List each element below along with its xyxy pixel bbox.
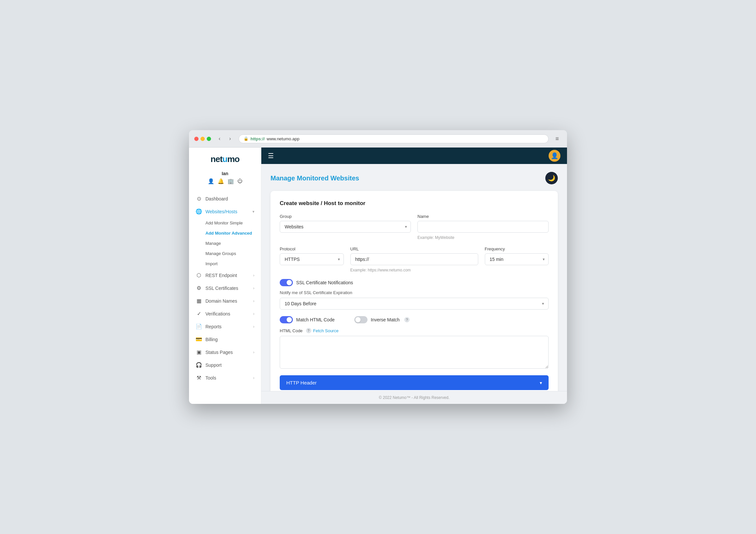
sub-nav-label: Manage	[205, 241, 221, 246]
frequency-select-wrapper: 1 min 5 min 10 min 15 min 30 min 1 hour …	[485, 254, 549, 265]
user-profile: Ian 👤 🔔 🏢 ⏻	[189, 168, 261, 190]
dark-mode-button[interactable]: 🌙	[545, 172, 558, 184]
sidebar-item-support[interactable]: 🎧 Support	[189, 359, 261, 371]
form-group-name: Name Example: MyWebsite	[418, 214, 549, 240]
chevron-down-icon: ▾	[540, 380, 542, 386]
frequency-label: Frequency	[485, 247, 549, 252]
sidebar: netumo Ian 👤 🔔 🏢 ⏻ ⊙ Dashboard	[189, 147, 261, 404]
lock-icon: 🔒	[244, 136, 249, 141]
ssl-toggle[interactable]	[280, 279, 293, 286]
url-input[interactable]	[350, 254, 478, 265]
avatar[interactable]: 👤	[549, 150, 560, 162]
user-name: Ian	[222, 171, 228, 176]
sidebar-item-dashboard[interactable]: ⊙ Dashboard	[189, 192, 261, 205]
sidebar-item-tools[interactable]: ⚒ Tools ›	[189, 371, 261, 384]
group-select[interactable]: Websites	[280, 221, 411, 233]
logo-area: netumo	[189, 147, 261, 168]
name-label: Name	[418, 214, 549, 219]
close-dot[interactable]	[194, 137, 199, 141]
sidebar-item-label: REST Endpoint	[205, 273, 237, 278]
sidebar-nav: ⊙ Dashboard 🌐 Websites/Hosts ▾ Add Monit…	[189, 190, 261, 404]
sidebar-item-import[interactable]: Import	[205, 259, 261, 269]
sidebar-item-label: Billing	[205, 337, 218, 342]
address-protocol: https://	[251, 136, 265, 141]
ssl-days-select[interactable]: 1 Day Before 3 Days Before 5 Days Before…	[280, 298, 549, 309]
websites-icon: 🌐	[196, 208, 202, 215]
http-header-accordion[interactable]: HTTP Header ▾	[280, 375, 549, 390]
sidebar-item-rest-endpoint[interactable]: ⬡ REST Endpoint ›	[189, 269, 261, 281]
chevron-right-icon: ›	[253, 286, 255, 290]
form-group-url: URL Example: https://www.netumo.com	[350, 247, 478, 272]
inverse-match-toggle[interactable]	[354, 316, 367, 323]
user-action-icons: 👤 🔔 🏢 ⏻	[208, 178, 243, 184]
match-html-label: Match HTML Code	[296, 317, 335, 322]
protocol-select[interactable]: HTTP HTTPS TCP UDP PING	[280, 254, 344, 265]
notifications-icon[interactable]: 🔔	[218, 178, 224, 184]
sidebar-item-add-monitor-advanced[interactable]: Add Monitor Advanced	[205, 228, 261, 238]
inverse-match-toggle-track	[354, 316, 367, 323]
sidebar-item-label: Verifications	[205, 311, 230, 316]
sidebar-item-ssl-certificates[interactable]: ⚙ SSL Certificates ›	[189, 281, 261, 294]
protocol-label: Protocol	[280, 247, 344, 252]
address-bar[interactable]: 🔒 https:// www.netumo.app	[239, 134, 549, 143]
sidebar-item-manage-groups[interactable]: Manage Groups	[205, 249, 261, 259]
sidebar-item-label: SSL Certificates	[205, 285, 238, 291]
ssl-toggle-row: SSL Certificate Notifications	[280, 279, 549, 286]
ssl-toggle-track	[280, 279, 293, 286]
app-container: netumo Ian 👤 🔔 🏢 ⏻ ⊙ Dashboard	[189, 147, 567, 404]
power-icon[interactable]: ⏻	[237, 178, 243, 184]
name-hint: Example: MyWebsite	[418, 235, 549, 240]
form-row-protocol-url-freq: Protocol HTTP HTTPS TCP UDP PING ▾	[280, 247, 549, 272]
status-icon: ▣	[196, 349, 202, 355]
frequency-select[interactable]: 1 min 5 min 10 min 15 min 30 min 1 hour	[485, 254, 549, 265]
hamburger-icon[interactable]: ☰	[268, 152, 274, 160]
forward-button[interactable]: ›	[226, 134, 235, 143]
sidebar-item-label: Status Pages	[205, 350, 233, 355]
sidebar-item-label: Support	[205, 362, 222, 368]
sidebar-item-domain-names[interactable]: ▦ Domain Names ›	[189, 294, 261, 307]
page-title: Manage Monitored Websites	[271, 174, 359, 182]
chevron-right-icon: ›	[253, 376, 255, 380]
inverse-match-label: Inverse Match	[371, 317, 400, 322]
back-button[interactable]: ‹	[215, 134, 224, 143]
content-scroll[interactable]: Manage Monitored Websites 🌙 Create websi…	[261, 164, 567, 391]
browser-window: ‹ › 🔒 https:// www.netumo.app ≡ netumo I…	[189, 130, 567, 404]
sidebar-item-verifications[interactable]: ✓ Verifications ›	[189, 307, 261, 320]
sub-nav-label: Add Monitor Advanced	[205, 231, 252, 236]
match-html-toggle-thumb	[286, 317, 292, 322]
sidebar-item-status-pages[interactable]: ▣ Status Pages ›	[189, 346, 261, 359]
profile-icon[interactable]: 👤	[208, 178, 214, 184]
browser-menu-button[interactable]: ≡	[553, 134, 562, 143]
protocol-select-wrapper: HTTP HTTPS TCP UDP PING ▾	[280, 254, 344, 265]
minimize-dot[interactable]	[201, 137, 205, 141]
maximize-dot[interactable]	[207, 137, 211, 141]
chevron-right-icon: ›	[253, 299, 255, 303]
match-html-toggle-row: Match HTML Code	[280, 316, 335, 323]
form-card: Create website / Host to monitor Group W…	[271, 191, 558, 391]
groups-icon[interactable]: 🏢	[228, 178, 234, 184]
sidebar-item-manage[interactable]: Manage	[205, 238, 261, 249]
form-group-protocol: Protocol HTTP HTTPS TCP UDP PING ▾	[280, 247, 344, 272]
inverse-match-toggle-thumb	[355, 317, 361, 322]
sidebar-item-label: Domain Names	[205, 298, 237, 304]
html-code-help-icon[interactable]: ?	[306, 328, 311, 333]
http-header-section: HTTP Header ▾	[280, 375, 549, 390]
form-card-title: Create website / Host to monitor	[280, 200, 549, 207]
inverse-match-help-icon[interactable]: ?	[404, 317, 410, 322]
sidebar-item-websites-hosts[interactable]: 🌐 Websites/Hosts ▾	[189, 205, 261, 218]
form-row-group-name: Group Websites ▾ Name Example: My	[280, 214, 549, 240]
html-code-label-row: HTML Code ? Fetch Source	[280, 328, 549, 333]
match-html-toggle[interactable]	[280, 316, 293, 323]
sidebar-item-add-monitor-simple[interactable]: Add Monitor Simple	[205, 218, 261, 228]
sidebar-item-reports[interactable]: 📄 Reports ›	[189, 320, 261, 333]
html-code-textarea[interactable]	[280, 336, 549, 369]
sidebar-item-billing[interactable]: 💳 Billing	[189, 333, 261, 346]
name-input[interactable]	[418, 221, 549, 233]
fetch-source-link[interactable]: Fetch Source	[313, 328, 338, 333]
domain-icon: ▦	[196, 298, 202, 304]
support-icon: 🎧	[196, 362, 202, 368]
sub-nav-label: Add Monitor Simple	[205, 221, 243, 226]
http-header-label: HTTP Header	[286, 380, 316, 386]
form-group-group: Group Websites ▾	[280, 214, 411, 240]
chevron-right-icon: ›	[253, 350, 255, 355]
